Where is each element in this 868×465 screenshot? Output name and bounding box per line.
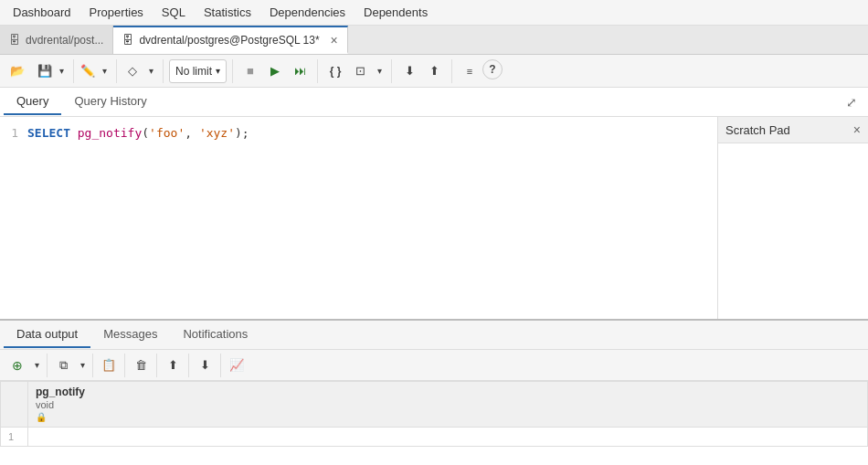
- chart-btn[interactable]: 📈: [225, 354, 249, 377]
- delete-group: 🗑: [129, 354, 157, 377]
- arg1: 'foo': [149, 126, 185, 140]
- line-number-1: 1: [0, 124, 18, 143]
- format-group: { } ⊡ ▾: [317, 59, 386, 83]
- save-group: 💾 ▾: [35, 59, 68, 83]
- tab-notifications[interactable]: Notifications: [170, 322, 260, 348]
- limit-group: No limit ▾: [163, 59, 227, 83]
- results-table: pg_notify void 🔒 1: [0, 381, 868, 447]
- edit-dropdown-btn[interactable]: ▾: [98, 59, 111, 83]
- scratch-pad-panel: Scratch Pad ×: [717, 117, 868, 319]
- scratch-pad-title: Scratch Pad: [725, 123, 790, 137]
- paste-group: 📋: [97, 354, 125, 377]
- conn-tab-label-1: dvdrental/post...: [26, 34, 103, 47]
- code-line-1: SELECT pg_notify('foo', 'xyz');: [27, 124, 717, 143]
- scratch-pad-header: Scratch Pad ×: [718, 117, 868, 143]
- add-row-group: ⊕ ▾: [5, 354, 48, 377]
- function-name: pg_notify: [78, 126, 142, 140]
- add-row-btn[interactable]: ⊕: [5, 354, 29, 377]
- copy-btn[interactable]: ⧉: [51, 354, 75, 377]
- copy-dropdown[interactable]: ▾: [76, 354, 89, 377]
- table-row: 1: [1, 428, 868, 447]
- tab-query-history[interactable]: Query History: [61, 89, 159, 115]
- editor-wrapper: 1 SELECT pg_notify('foo', 'xyz'); Scratc…: [0, 117, 868, 319]
- connection-toolbar: 📂 💾 ▾ ✏️ ▾ ◇ ▾ No limit ▾ ■ ▶ ⏭: [0, 55, 868, 88]
- download-group: ⬇: [193, 354, 221, 377]
- bottom-toolbar: ⊕ ▾ ⧉ ▾ 📋 🗑 ⬆ ⬇ 📈: [0, 350, 868, 381]
- col-header-pg-notify: pg_notify void 🔒: [28, 382, 868, 428]
- code-content[interactable]: SELECT pg_notify('foo', 'xyz');: [27, 124, 717, 143]
- results-area[interactable]: pg_notify void 🔒 1: [0, 381, 868, 465]
- cell-pg-notify-1[interactable]: [28, 428, 868, 447]
- wrap-btn[interactable]: ⊡: [348, 59, 372, 83]
- filter-btn[interactable]: ◇: [121, 59, 144, 83]
- no-limit-arrow: ▾: [216, 66, 220, 76]
- paste-btn[interactable]: 📋: [97, 354, 121, 377]
- nav-properties[interactable]: Properties: [80, 2, 153, 23]
- import-btn[interactable]: ⬇: [397, 59, 421, 83]
- upload-group: ⬆: [161, 354, 189, 377]
- add-row-dropdown[interactable]: ▾: [30, 354, 43, 377]
- row-number-1: 1: [1, 428, 28, 447]
- wrap-dropdown-btn[interactable]: ▾: [373, 59, 386, 83]
- delete-btn[interactable]: 🗑: [129, 354, 153, 377]
- stop-btn[interactable]: ■: [238, 59, 262, 83]
- tab-messages[interactable]: Messages: [90, 322, 170, 348]
- history-btn[interactable]: ≡: [458, 59, 482, 83]
- keyword-select: SELECT: [27, 126, 70, 140]
- edit-group: ✏️ ▾: [73, 59, 111, 83]
- query-section: Query Query History ⤢ 1 SELECT pg_notify…: [0, 88, 868, 319]
- nav-dependencies[interactable]: Dependencies: [260, 2, 355, 23]
- code-editor[interactable]: 1 SELECT pg_notify('foo', 'xyz');: [0, 117, 717, 319]
- conn-tab-2[interactable]: 🗄 dvdrental/postgres@PostgreSQL 13* ×: [113, 26, 347, 54]
- run-btn[interactable]: ▶: [263, 59, 287, 83]
- semicolon: ;: [242, 126, 249, 140]
- db-icon-1: 🗄: [9, 34, 20, 47]
- open-folder-btn[interactable]: 📂: [5, 59, 29, 83]
- misc-group: ≡ ?: [451, 59, 503, 83]
- no-limit-btn[interactable]: No limit ▾: [169, 59, 227, 83]
- help-btn[interactable]: ?: [482, 59, 503, 79]
- no-limit-label: No limit: [175, 65, 212, 78]
- filter-dropdown-btn[interactable]: ▾: [144, 59, 157, 83]
- col-name: pg_notify: [36, 386, 860, 398]
- transfer-group: ⬇ ⬆: [391, 59, 446, 83]
- connection-tabs: 🗄 dvdrental/post... 🗄 dvdrental/postgres…: [0, 26, 868, 55]
- nav-dashboard[interactable]: Dashboard: [4, 2, 80, 23]
- col-type: void: [36, 399, 860, 410]
- edit-btn[interactable]: ✏️: [78, 59, 98, 83]
- top-nav: Dashboard Properties SQL Statistics Depe…: [0, 0, 868, 26]
- upload-btn[interactable]: ⬆: [161, 354, 185, 377]
- query-tab-bar: Query Query History ⤢: [0, 88, 868, 117]
- filter-group: ◇ ▾: [116, 59, 157, 83]
- export-btn[interactable]: ⬆: [422, 59, 446, 83]
- nav-statistics[interactable]: Statistics: [195, 2, 260, 23]
- run-group: ■ ▶ ⏭: [232, 59, 312, 83]
- bottom-tab-bar: Data output Messages Notifications: [0, 321, 868, 350]
- expand-editor-icon[interactable]: ⤢: [839, 91, 864, 113]
- download-btn[interactable]: ⬇: [193, 354, 217, 377]
- save-dropdown-btn[interactable]: ▾: [55, 59, 68, 83]
- conn-tab-1[interactable]: 🗄 dvdrental/post...: [0, 26, 113, 54]
- bottom-panel: Data output Messages Notifications ⊕ ▾ ⧉…: [0, 319, 868, 465]
- chart-group: 📈: [225, 354, 249, 377]
- conn-tab-label-2: dvdrental/postgres@PostgreSQL 13*: [139, 34, 319, 47]
- tab-data-output[interactable]: Data output: [4, 322, 90, 348]
- run-all-btn[interactable]: ⏭: [288, 59, 312, 83]
- conn-tab-close[interactable]: ×: [331, 33, 338, 48]
- line-numbers: 1: [0, 124, 27, 143]
- nav-dependents[interactable]: Dependents: [355, 2, 437, 23]
- scratch-pad-body[interactable]: [718, 143, 868, 319]
- nav-sql[interactable]: SQL: [153, 2, 195, 23]
- format-btn[interactable]: { }: [323, 59, 347, 83]
- row-num-header: [1, 382, 28, 428]
- lock-icon: 🔒: [36, 412, 47, 422]
- copy-group: ⧉ ▾: [51, 354, 93, 377]
- db-icon-2: 🗄: [122, 34, 133, 47]
- scratch-pad-close-btn[interactable]: ×: [853, 122, 861, 137]
- save-btn[interactable]: 💾: [35, 59, 55, 83]
- arg2: 'xyz': [199, 126, 235, 140]
- tab-query[interactable]: Query: [4, 89, 61, 115]
